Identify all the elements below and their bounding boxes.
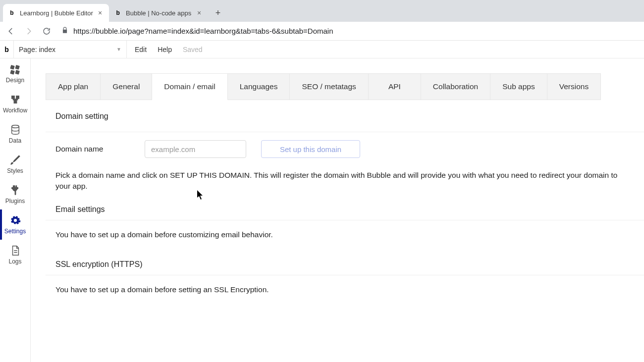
rail-label: Styles xyxy=(7,167,23,174)
bubble-favicon-icon: b xyxy=(114,9,122,17)
browser-address-bar: https://bubble.io/page?name=index&id=lea… xyxy=(0,22,644,41)
close-icon[interactable]: × xyxy=(196,9,202,17)
svg-point-0 xyxy=(11,125,19,128)
tab-seo-metatags[interactable]: SEO / metatags xyxy=(290,73,368,100)
tab-versions[interactable]: Versions xyxy=(547,73,601,100)
rail-label: Workflow xyxy=(3,107,27,114)
new-tab-button[interactable]: + xyxy=(211,6,225,20)
browser-tab[interactable]: b Bubble | No-code apps × xyxy=(109,4,208,22)
rail-item-styles[interactable]: Styles xyxy=(0,149,30,179)
tab-label: SEO / metatags xyxy=(302,82,356,91)
domain-name-label: Domain name xyxy=(55,145,130,154)
domain-name-input[interactable] xyxy=(145,140,246,158)
tab-general[interactable]: General xyxy=(101,73,152,100)
document-icon xyxy=(10,245,21,256)
bubble-favicon-icon: b xyxy=(8,9,16,17)
browser-tab[interactable]: b Learnborg | Bubble Editor × xyxy=(3,4,109,22)
arrow-left-icon xyxy=(6,27,15,36)
editor-top-bar: b Page: index ▼ Edit Help Saved xyxy=(0,41,644,58)
rail-item-workflow[interactable]: Workflow xyxy=(0,89,30,119)
button-label: Set up this domain xyxy=(280,145,341,154)
section-title-domain: Domain setting xyxy=(46,112,644,127)
back-button[interactable] xyxy=(4,24,18,38)
tab-label: Collaboration xyxy=(433,82,478,91)
tab-api[interactable]: API xyxy=(369,73,421,100)
domain-row: Domain name Set up this domain xyxy=(46,132,644,161)
page-selector-label: Page: index xyxy=(19,46,55,53)
page-selector[interactable]: Page: index ▼ xyxy=(14,41,127,58)
design-icon xyxy=(10,64,21,75)
lock-icon xyxy=(61,27,68,35)
save-status: Saved xyxy=(183,46,203,53)
gear-icon xyxy=(10,215,21,226)
rail-label: Plugins xyxy=(5,198,25,205)
tab-label: App plan xyxy=(58,82,88,91)
rail-item-plugins[interactable]: Plugins xyxy=(0,179,30,209)
rail-item-design[interactable]: Design xyxy=(0,58,30,89)
plugin-icon xyxy=(10,185,21,196)
rail-label: Logs xyxy=(8,258,21,265)
database-icon xyxy=(10,124,21,135)
rail-item-data[interactable]: Data xyxy=(0,119,30,149)
tab-label: Sub apps xyxy=(502,82,535,91)
tab-languages[interactable]: Languages xyxy=(228,73,290,100)
tab-label: General xyxy=(112,82,140,91)
section-title-email: Email settings xyxy=(46,205,644,220)
domain-section: Domain setting xyxy=(46,112,644,132)
settings-content: App plan General Domain / email Language… xyxy=(31,58,644,362)
rail-item-logs[interactable]: Logs xyxy=(0,240,30,270)
email-section: Email settings xyxy=(46,205,644,220)
workflow-icon xyxy=(10,94,21,105)
bubble-logo-icon[interactable]: b xyxy=(0,41,14,58)
tab-label: Versions xyxy=(559,82,589,91)
url-field[interactable]: https://bubble.io/page?name=index&id=lea… xyxy=(57,27,640,35)
browser-tab-title: Bubble | No-code apps xyxy=(126,9,192,17)
tab-label: Domain / email xyxy=(164,82,215,91)
menu-edit[interactable]: Edit xyxy=(135,46,147,53)
close-icon[interactable]: × xyxy=(97,9,103,17)
ssl-description: You have to set up a domain before setti… xyxy=(46,275,644,295)
menu-help[interactable]: Help xyxy=(158,46,172,53)
browser-tab-title: Learnborg | Bubble Editor xyxy=(20,9,93,17)
ssl-section: SSL encryption (HTTPS) xyxy=(46,260,644,275)
forward-button[interactable] xyxy=(22,24,36,38)
tab-label: Languages xyxy=(240,82,278,91)
tab-label: API xyxy=(388,82,401,91)
setup-domain-button[interactable]: Set up this domain xyxy=(261,140,360,158)
reload-button[interactable] xyxy=(40,24,54,38)
left-rail: Design Workflow Data Styles xyxy=(0,58,31,362)
arrow-right-icon xyxy=(24,27,33,36)
brush-icon xyxy=(10,155,21,165)
tab-domain-email[interactable]: Domain / email xyxy=(152,73,227,100)
tab-sub-apps[interactable]: Sub apps xyxy=(490,73,547,100)
section-title-ssl: SSL encryption (HTTPS) xyxy=(46,260,644,275)
tab-collaboration[interactable]: Collaboration xyxy=(421,73,490,100)
tab-app-plan[interactable]: App plan xyxy=(46,73,101,100)
settings-tabs: App plan General Domain / email Language… xyxy=(46,73,644,100)
reload-icon xyxy=(42,27,51,36)
top-menu: Edit Help Saved xyxy=(127,46,203,53)
browser-tab-strip: b Learnborg | Bubble Editor × b Bubble |… xyxy=(0,0,644,22)
rail-label: Data xyxy=(9,137,21,144)
rail-label: Design xyxy=(6,77,24,84)
rail-label: Settings xyxy=(4,228,26,235)
domain-description: Pick a domain name and click on SET UP T… xyxy=(46,161,644,192)
rail-item-settings[interactable]: Settings xyxy=(0,209,30,240)
email-description: You have to set up a domain before custo… xyxy=(46,220,644,240)
url-text: https://bubble.io/page?name=index&id=lea… xyxy=(73,27,333,35)
chevron-down-icon: ▼ xyxy=(116,47,121,52)
